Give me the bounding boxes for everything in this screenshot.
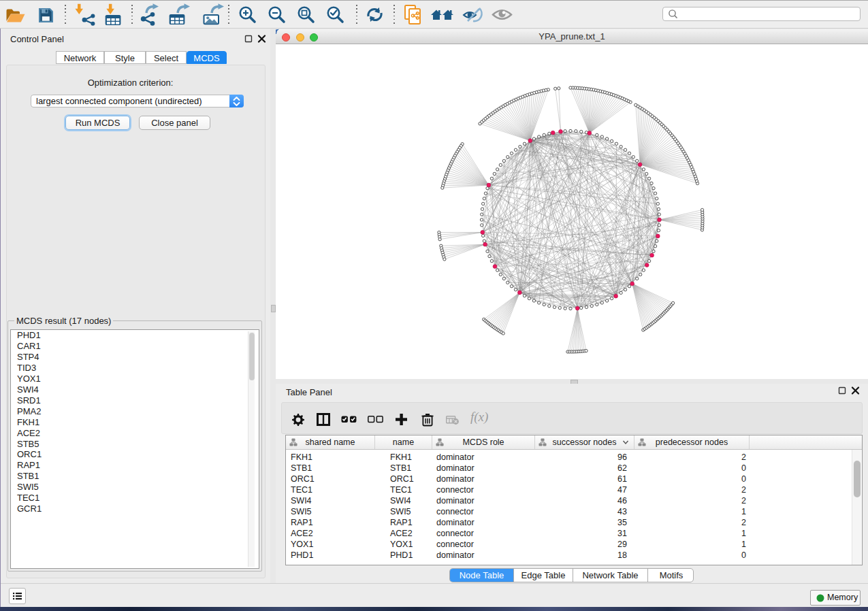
svg-text:f(x): f(x): [470, 411, 488, 425]
